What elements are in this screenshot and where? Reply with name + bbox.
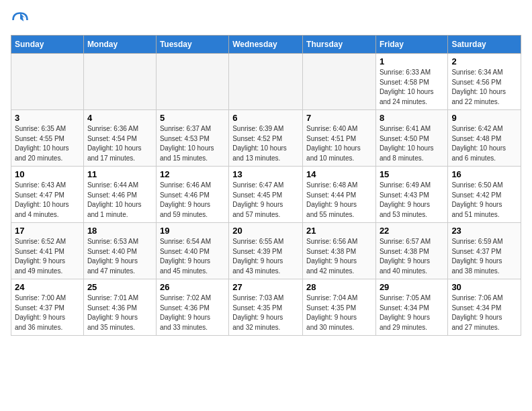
calendar-cell: 29Sunrise: 7:05 AM Sunset: 4:34 PM Dayli… <box>375 279 447 336</box>
calendar-day-header: Tuesday <box>156 36 228 54</box>
calendar-cell: 30Sunrise: 7:06 AM Sunset: 4:34 PM Dayli… <box>448 279 521 336</box>
day-number: 23 <box>451 226 517 236</box>
day-number: 18 <box>87 226 152 236</box>
logo <box>11 11 32 30</box>
day-number: 1 <box>380 56 444 66</box>
day-info: Sunrise: 6:33 AM Sunset: 4:58 PM Dayligh… <box>380 68 444 107</box>
day-info: Sunrise: 6:49 AM Sunset: 4:43 PM Dayligh… <box>380 181 444 220</box>
calendar-cell <box>229 54 303 110</box>
calendar-cell: 22Sunrise: 6:57 AM Sunset: 4:38 PM Dayli… <box>375 223 447 279</box>
calendar-table: SundayMondayTuesdayWednesdayThursdayFrid… <box>11 35 521 336</box>
calendar-cell: 13Sunrise: 6:47 AM Sunset: 4:45 PM Dayli… <box>229 167 303 223</box>
calendar-cell: 12Sunrise: 6:46 AM Sunset: 4:46 PM Dayli… <box>156 167 228 223</box>
day-number: 26 <box>160 282 225 292</box>
calendar-cell: 26Sunrise: 7:02 AM Sunset: 4:36 PM Dayli… <box>156 279 228 336</box>
day-info: Sunrise: 6:56 AM Sunset: 4:38 PM Dayligh… <box>306 237 372 276</box>
calendar-cell: 28Sunrise: 7:04 AM Sunset: 4:35 PM Dayli… <box>303 279 376 336</box>
day-info: Sunrise: 6:57 AM Sunset: 4:38 PM Dayligh… <box>380 237 444 276</box>
day-info: Sunrise: 6:36 AM Sunset: 4:54 PM Dayligh… <box>87 124 152 163</box>
day-number: 30 <box>451 282 517 292</box>
logo-icon <box>11 11 30 30</box>
day-info: Sunrise: 6:59 AM Sunset: 4:37 PM Dayligh… <box>451 237 517 276</box>
calendar-cell: 6Sunrise: 6:39 AM Sunset: 4:52 PM Daylig… <box>229 110 303 167</box>
day-info: Sunrise: 6:34 AM Sunset: 4:56 PM Dayligh… <box>451 68 517 107</box>
day-info: Sunrise: 7:00 AM Sunset: 4:37 PM Dayligh… <box>15 293 80 332</box>
day-number: 9 <box>451 113 517 123</box>
calendar-cell: 3Sunrise: 6:35 AM Sunset: 4:55 PM Daylig… <box>11 110 84 167</box>
day-number: 16 <box>451 169 517 179</box>
calendar-cell: 14Sunrise: 6:48 AM Sunset: 4:44 PM Dayli… <box>303 167 376 223</box>
calendar-week-row: 17Sunrise: 6:52 AM Sunset: 4:41 PM Dayli… <box>11 223 521 279</box>
calendar-week-row: 1Sunrise: 6:33 AM Sunset: 4:58 PM Daylig… <box>11 54 521 110</box>
day-number: 24 <box>15 282 80 292</box>
calendar-cell <box>156 54 228 110</box>
day-info: Sunrise: 6:43 AM Sunset: 4:47 PM Dayligh… <box>15 181 80 220</box>
calendar-day-header: Monday <box>83 36 156 54</box>
day-number: 4 <box>87 113 152 123</box>
day-number: 17 <box>15 226 80 236</box>
calendar-cell: 9Sunrise: 6:42 AM Sunset: 4:48 PM Daylig… <box>448 110 521 167</box>
calendar-cell: 24Sunrise: 7:00 AM Sunset: 4:37 PM Dayli… <box>11 279 84 336</box>
calendar-cell: 10Sunrise: 6:43 AM Sunset: 4:47 PM Dayli… <box>11 167 84 223</box>
day-number: 25 <box>87 282 152 292</box>
day-number: 14 <box>306 169 372 179</box>
day-info: Sunrise: 6:50 AM Sunset: 4:42 PM Dayligh… <box>451 181 517 220</box>
calendar-cell <box>83 54 156 110</box>
day-number: 15 <box>380 169 444 179</box>
calendar-cell <box>303 54 376 110</box>
day-number: 27 <box>232 282 299 292</box>
calendar-cell: 2Sunrise: 6:34 AM Sunset: 4:56 PM Daylig… <box>448 54 521 110</box>
day-info: Sunrise: 7:05 AM Sunset: 4:34 PM Dayligh… <box>380 293 444 332</box>
calendar-day-header: Sunday <box>11 36 84 54</box>
calendar-cell: 19Sunrise: 6:54 AM Sunset: 4:40 PM Dayli… <box>156 223 228 279</box>
day-number: 21 <box>306 226 372 236</box>
calendar-cell: 25Sunrise: 7:01 AM Sunset: 4:36 PM Dayli… <box>83 279 156 336</box>
day-number: 6 <box>232 113 299 123</box>
day-info: Sunrise: 6:35 AM Sunset: 4:55 PM Dayligh… <box>15 124 80 163</box>
calendar-cell: 18Sunrise: 6:53 AM Sunset: 4:40 PM Dayli… <box>83 223 156 279</box>
day-number: 10 <box>15 169 80 179</box>
calendar-week-row: 3Sunrise: 6:35 AM Sunset: 4:55 PM Daylig… <box>11 110 521 167</box>
day-number: 13 <box>232 169 299 179</box>
calendar-cell: 4Sunrise: 6:36 AM Sunset: 4:54 PM Daylig… <box>83 110 156 167</box>
day-info: Sunrise: 6:39 AM Sunset: 4:52 PM Dayligh… <box>232 124 299 163</box>
day-info: Sunrise: 6:52 AM Sunset: 4:41 PM Dayligh… <box>15 237 80 276</box>
day-info: Sunrise: 6:41 AM Sunset: 4:50 PM Dayligh… <box>380 124 444 163</box>
day-info: Sunrise: 6:37 AM Sunset: 4:53 PM Dayligh… <box>160 124 225 163</box>
page-header <box>11 11 521 30</box>
calendar-day-header: Wednesday <box>229 36 303 54</box>
calendar-cell: 27Sunrise: 7:03 AM Sunset: 4:35 PM Dayli… <box>229 279 303 336</box>
day-number: 12 <box>160 169 225 179</box>
day-number: 7 <box>306 113 372 123</box>
calendar-cell: 7Sunrise: 6:40 AM Sunset: 4:51 PM Daylig… <box>303 110 376 167</box>
calendar-cell: 1Sunrise: 6:33 AM Sunset: 4:58 PM Daylig… <box>375 54 447 110</box>
day-info: Sunrise: 6:48 AM Sunset: 4:44 PM Dayligh… <box>306 181 372 220</box>
day-number: 28 <box>306 282 372 292</box>
day-info: Sunrise: 7:02 AM Sunset: 4:36 PM Dayligh… <box>160 293 225 332</box>
calendar-day-header: Saturday <box>448 36 521 54</box>
calendar-cell: 21Sunrise: 6:56 AM Sunset: 4:38 PM Dayli… <box>303 223 376 279</box>
calendar-day-header: Thursday <box>303 36 376 54</box>
calendar-cell: 23Sunrise: 6:59 AM Sunset: 4:37 PM Dayli… <box>448 223 521 279</box>
calendar-cell: 17Sunrise: 6:52 AM Sunset: 4:41 PM Dayli… <box>11 223 84 279</box>
day-info: Sunrise: 6:44 AM Sunset: 4:46 PM Dayligh… <box>87 181 152 220</box>
day-number: 11 <box>87 169 152 179</box>
day-info: Sunrise: 6:53 AM Sunset: 4:40 PM Dayligh… <box>87 237 152 276</box>
calendar-cell <box>11 54 84 110</box>
calendar-cell: 16Sunrise: 6:50 AM Sunset: 4:42 PM Dayli… <box>448 167 521 223</box>
day-number: 5 <box>160 113 225 123</box>
calendar-cell: 5Sunrise: 6:37 AM Sunset: 4:53 PM Daylig… <box>156 110 228 167</box>
day-number: 29 <box>380 282 444 292</box>
calendar-cell: 11Sunrise: 6:44 AM Sunset: 4:46 PM Dayli… <box>83 167 156 223</box>
day-info: Sunrise: 6:42 AM Sunset: 4:48 PM Dayligh… <box>451 124 517 163</box>
day-info: Sunrise: 7:06 AM Sunset: 4:34 PM Dayligh… <box>451 293 517 332</box>
day-number: 19 <box>160 226 225 236</box>
calendar-cell: 15Sunrise: 6:49 AM Sunset: 4:43 PM Dayli… <box>375 167 447 223</box>
day-number: 20 <box>232 226 299 236</box>
day-info: Sunrise: 7:03 AM Sunset: 4:35 PM Dayligh… <box>232 293 299 332</box>
day-info: Sunrise: 6:40 AM Sunset: 4:51 PM Dayligh… <box>306 124 372 163</box>
day-info: Sunrise: 7:01 AM Sunset: 4:36 PM Dayligh… <box>87 293 152 332</box>
day-info: Sunrise: 6:46 AM Sunset: 4:46 PM Dayligh… <box>160 181 225 220</box>
calendar-week-row: 10Sunrise: 6:43 AM Sunset: 4:47 PM Dayli… <box>11 167 521 223</box>
day-info: Sunrise: 7:04 AM Sunset: 4:35 PM Dayligh… <box>306 293 372 332</box>
